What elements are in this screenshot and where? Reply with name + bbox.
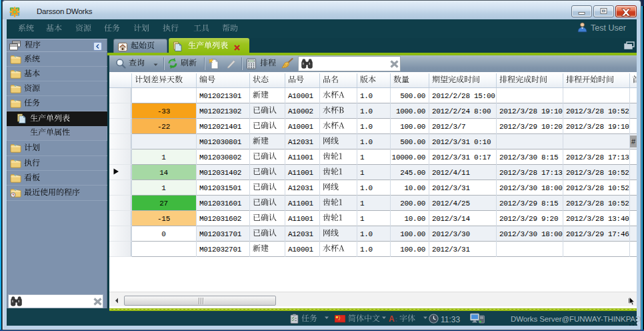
svg-text:A: A [389,314,395,323]
